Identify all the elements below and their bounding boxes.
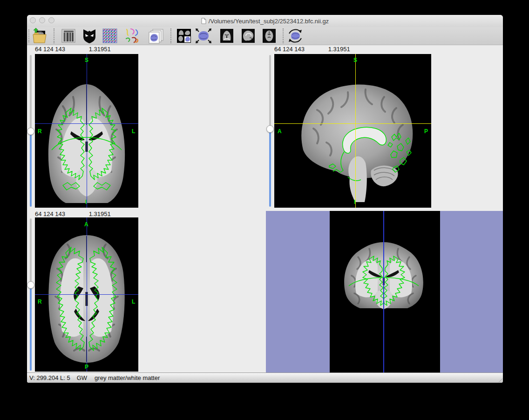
document-proxy-icon xyxy=(201,18,206,24)
axial-label-anterior: A xyxy=(84,221,88,228)
slider-track-lower[interactable] xyxy=(30,285,32,371)
axial-value: 1.31951 xyxy=(89,210,111,217)
slider-track-upper[interactable] xyxy=(30,55,32,131)
window-title: /Volumes/Yeun/test_subj2/2523412.bfc.nii… xyxy=(209,18,329,25)
coronal-view-icon xyxy=(220,28,234,43)
app-window: /Volumes/Yeun/test_subj2/2523412.bfc.nii… xyxy=(27,15,503,383)
status-bar: V: 299.204 L: 5 GW grey matter/white mat… xyxy=(27,373,503,383)
sagittal-view[interactable]: S I A P xyxy=(274,54,431,208)
axial-label-posterior: P xyxy=(85,364,88,370)
zoom-fit-brain-icon xyxy=(195,27,212,44)
toolbar-separator xyxy=(283,28,284,43)
axial-coords: 64 124 143 xyxy=(35,210,87,217)
surface-slice-plane[interactable] xyxy=(330,211,440,373)
sagittal-slice-image xyxy=(274,54,431,208)
coronal-crosshair-horizontal xyxy=(35,123,138,124)
surface-view[interactable] xyxy=(266,211,503,373)
surface-crosshair-vertical xyxy=(383,211,384,373)
axial-label-left: L xyxy=(132,298,135,305)
title-bar[interactable]: /Volumes/Yeun/test_subj2/2523412.bfc.nii… xyxy=(27,15,503,27)
coronal-view[interactable]: S I R L xyxy=(35,54,138,208)
axial-label-right: R xyxy=(38,298,42,305)
toolbar-button-open-file[interactable] xyxy=(31,27,48,45)
mask-icon xyxy=(82,28,97,44)
sagittal-label-anterior: A xyxy=(278,128,282,135)
toolbar-button-zoom-fit-brain[interactable] xyxy=(195,27,212,45)
coronal-slider-knob[interactable] xyxy=(27,128,34,135)
status-label-tag: GW xyxy=(77,374,87,381)
title-group: /Volumes/Yeun/test_subj2/2523412.bfc.nii… xyxy=(27,15,503,27)
coronal-label-left: L xyxy=(132,128,135,135)
toolbar-button-histogram[interactable] xyxy=(60,27,77,45)
quad-view-icon xyxy=(176,28,191,43)
toolbar-button-axial-view[interactable] xyxy=(260,27,278,45)
toolbar xyxy=(27,27,503,45)
sagittal-label-inferior: I xyxy=(354,199,355,205)
open-file-icon xyxy=(32,27,47,44)
sagittal-slice-slider[interactable] xyxy=(266,54,274,208)
axial-header: 64 124 143 1.31951 xyxy=(35,210,111,217)
rotate-3d-view-icon xyxy=(286,27,304,45)
sagittal-label-posterior: P xyxy=(424,128,428,135)
coronal-label-superior: S xyxy=(85,57,88,63)
sagittal-crosshair-horizontal xyxy=(274,123,431,124)
sagittal-value: 1.31951 xyxy=(328,46,350,53)
axial-crosshair-horizontal xyxy=(35,294,138,295)
axial-slider-knob[interactable] xyxy=(27,281,34,289)
toolbar-button-mask[interactable] xyxy=(81,27,98,45)
toolbar-button-coronal-view[interactable] xyxy=(218,27,236,45)
toolbar-button-label-grid[interactable] xyxy=(101,27,119,45)
status-label-description: grey matter/white matter xyxy=(95,374,160,381)
toolbar-grip xyxy=(28,29,29,42)
axial-slice-slider[interactable] xyxy=(27,217,34,372)
coronal-slice-slider[interactable] xyxy=(27,54,34,208)
toolbar-button-rotate-3d-view[interactable] xyxy=(286,27,304,45)
coronal-label-inferior: I xyxy=(85,199,87,205)
toolbar-button-quad-view[interactable] xyxy=(175,27,193,45)
curves-icon xyxy=(124,28,139,44)
sagittal-coords: 64 124 143 xyxy=(274,46,326,53)
coronal-label-right: R xyxy=(38,128,42,135)
sagittal-slider-knob[interactable] xyxy=(266,125,274,133)
sagittal-header: 64 124 143 1.31951 xyxy=(274,46,350,53)
slider-track-upper[interactable] xyxy=(269,55,271,129)
toolbar-button-sagittal-view[interactable] xyxy=(239,27,257,45)
coronal-crosshair-vertical xyxy=(87,54,87,208)
toolbar-button-curves[interactable] xyxy=(123,27,141,45)
coronal-coords: 64 124 143 xyxy=(35,46,87,53)
slider-track-lower[interactable] xyxy=(30,131,32,207)
image-layers-icon xyxy=(148,28,164,44)
sagittal-label-superior: S xyxy=(353,57,357,63)
coronal-value: 1.31951 xyxy=(89,46,111,53)
sagittal-crosshair-vertical xyxy=(355,54,356,208)
histogram-icon xyxy=(61,28,75,43)
toolbar-separator xyxy=(170,28,171,43)
sagittal-view-icon xyxy=(241,28,255,43)
desktop: /Volumes/Yeun/test_subj2/2523412.bfc.nii… xyxy=(0,0,529,420)
coronal-header: 64 124 143 1.31951 xyxy=(35,46,111,53)
slider-track-lower[interactable] xyxy=(269,129,271,207)
label-grid-icon xyxy=(102,28,117,43)
slider-track-upper[interactable] xyxy=(30,218,32,285)
surface-coronal-slice-image xyxy=(339,241,431,317)
axial-view-icon xyxy=(262,28,276,43)
axial-view[interactable]: A P R L xyxy=(35,217,138,372)
toolbar-button-image-layers[interactable] xyxy=(147,27,165,45)
status-voxel-info: V: 299.204 L: 5 xyxy=(29,374,70,381)
toolbar-separator xyxy=(54,28,54,43)
